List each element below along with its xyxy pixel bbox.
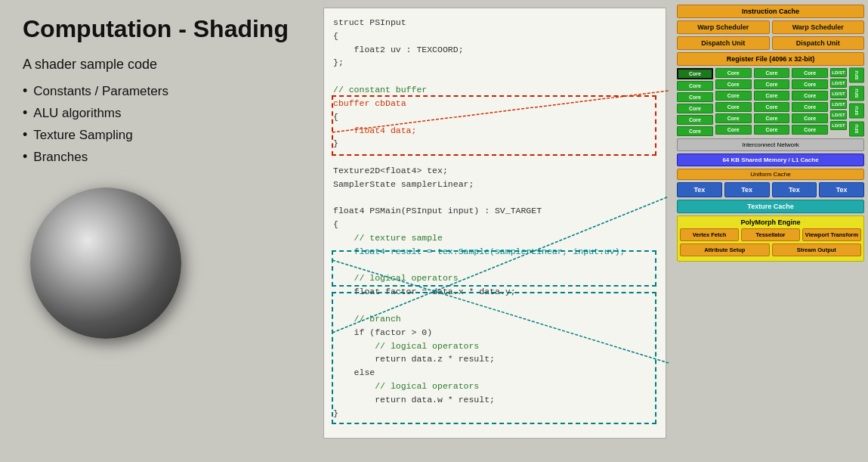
ldst-1: LD/ST	[830, 68, 847, 77]
core-cell-6-2: Core	[715, 125, 752, 135]
tessellator-block: Tessellator	[741, 228, 800, 241]
sfu-4: SFU	[849, 122, 864, 137]
sfu-1: SFU	[849, 68, 864, 83]
stream-output-block: Stream Output	[772, 243, 862, 256]
core-cell-3-1: Core	[677, 92, 713, 102]
core-cell-1-1: Core	[677, 68, 713, 79]
sfu-col: SFU SFU SFU SFU	[849, 68, 864, 136]
tex-unit-3: Tex	[772, 182, 817, 197]
core-cell-5-3: Core	[754, 113, 790, 123]
warp-scheduler-row: Warp Scheduler Warp Scheduler	[677, 20, 864, 34]
core-cell-4-2: Core	[715, 102, 752, 112]
core-cell-3-2: Core	[715, 91, 752, 101]
core-col-4: Core Core Core Core Core Core	[792, 68, 828, 136]
sfu-2: SFU	[849, 86, 864, 101]
attribute-setup-block: Attribute Setup	[680, 243, 770, 256]
bullet-item-3: Texture Sampling	[23, 124, 295, 146]
tex-unit-4: Tex	[819, 182, 864, 197]
core-cell-4-1: Core	[677, 104, 713, 113]
core-cell-6-3: Core	[754, 125, 790, 135]
subtitle: A shader sample code	[23, 57, 295, 73]
ldst-2: LD/ST	[830, 79, 847, 88]
core-cell-6-1: Core	[677, 126, 713, 136]
core-cell-5-4: Core	[792, 113, 828, 123]
polymorph-top-row: Vertex Fetch Tessellator Viewport Transf…	[680, 228, 861, 241]
viewport-transform-block: Viewport Transform	[802, 228, 861, 241]
ldst-3: LD/ST	[830, 89, 847, 98]
uniform-cache-block: Uniform Cache	[677, 169, 864, 180]
core-cell-2-1: Core	[677, 81, 713, 91]
gpu-panel: Instruction Cache Warp Scheduler Warp Sc…	[672, 0, 868, 462]
shared-memory-block: 64 KB Shared Memory / L1 Cache	[677, 153, 864, 166]
ldst-5: LD/ST	[830, 110, 847, 119]
dispatch-unit-2: Dispatch Unit	[772, 36, 865, 50]
core-cell-3-4: Core	[792, 91, 828, 101]
core-cell-2-3: Core	[754, 79, 790, 89]
dispatch-unit-row: Dispatch Unit Dispatch Unit	[677, 36, 864, 50]
core-cell-1-3: Core	[754, 68, 790, 78]
core-cell-4-3: Core	[754, 102, 790, 112]
core-col-1: Core Core Core Core Core Core	[677, 68, 713, 136]
core-cell-5-2: Core	[715, 113, 752, 123]
code-panel: struct PSInput { float2 uv : TEXCOORD; }…	[317, 0, 672, 462]
instruction-cache-block: Instruction Cache	[677, 5, 864, 18]
warp-scheduler-2: Warp Scheduler	[772, 20, 865, 34]
bullet-item-2: ALU algorithms	[23, 102, 295, 124]
vertex-fetch-block: Vertex Fetch	[680, 228, 739, 241]
core-cell-3-3: Core	[754, 91, 790, 101]
core-cell-5-1: Core	[677, 115, 713, 125]
tex-units-row: Tex Tex Tex Tex	[677, 182, 864, 197]
sphere-container	[23, 180, 189, 346]
core-cell-2-2: Core	[715, 79, 752, 89]
page-title: Computation - Shading	[23, 15, 295, 43]
bullet-item-1: Constants / Parameters	[23, 80, 295, 102]
texture-cache-block: Texture Cache	[677, 200, 864, 213]
bullet-list: Constants / Parameters ALU algorithms Te…	[23, 80, 295, 168]
core-cell-6-4: Core	[792, 125, 828, 135]
core-cell-4-4: Core	[792, 102, 828, 112]
sphere-image	[30, 188, 181, 339]
ldst-col: LD/ST LD/ST LD/ST LD/ST LD/ST LD/ST	[830, 68, 847, 136]
ldst-6: LD/ST	[830, 121, 847, 130]
dispatch-unit-1: Dispatch Unit	[677, 36, 770, 50]
left-panel: Computation - Shading A shader sample co…	[0, 0, 317, 462]
sfu-3: SFU	[849, 104, 864, 119]
core-cell-1-2: Core	[715, 68, 752, 78]
core-col-3: Core Core Core Core Core Core	[754, 68, 790, 136]
core-cell-2-4: Core	[792, 79, 828, 89]
interconnect-block: Interconnect Network	[677, 138, 864, 151]
polymorph-title: PolyMorph Engine	[680, 219, 861, 226]
ldst-4: LD/ST	[830, 100, 847, 109]
code-box: struct PSInput { float2 uv : TEXCOORD; }…	[323, 8, 666, 439]
polymorph-bottom-row: Attribute Setup Stream Output	[680, 243, 861, 256]
slide: Computation - Shading A shader sample co…	[0, 0, 868, 462]
polymorph-engine-block: PolyMorph Engine Vertex Fetch Tessellato…	[677, 215, 864, 262]
tex-unit-2: Tex	[724, 182, 770, 197]
bullet-item-4: Branches	[23, 146, 295, 168]
warp-scheduler-1: Warp Scheduler	[677, 20, 770, 34]
cores-section: Core Core Core Core Core Core Core Core …	[677, 68, 864, 136]
core-cell-1-4: Core	[792, 68, 828, 78]
register-file-block: Register File (4096 x 32-bit)	[677, 52, 864, 66]
core-col-2: Core Core Core Core Core Core	[715, 68, 752, 136]
tex-unit-1: Tex	[677, 182, 722, 197]
